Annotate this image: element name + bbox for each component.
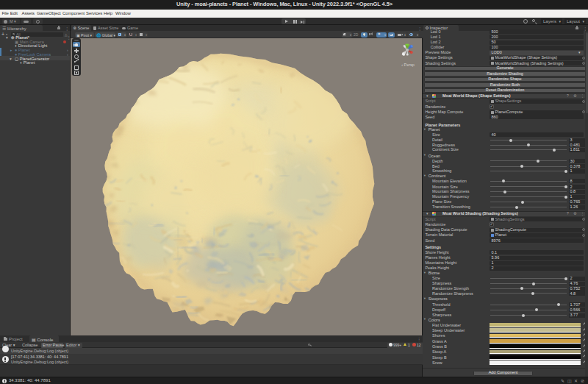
svg-text:‹ Persp: ‹ Persp [401, 63, 415, 67]
